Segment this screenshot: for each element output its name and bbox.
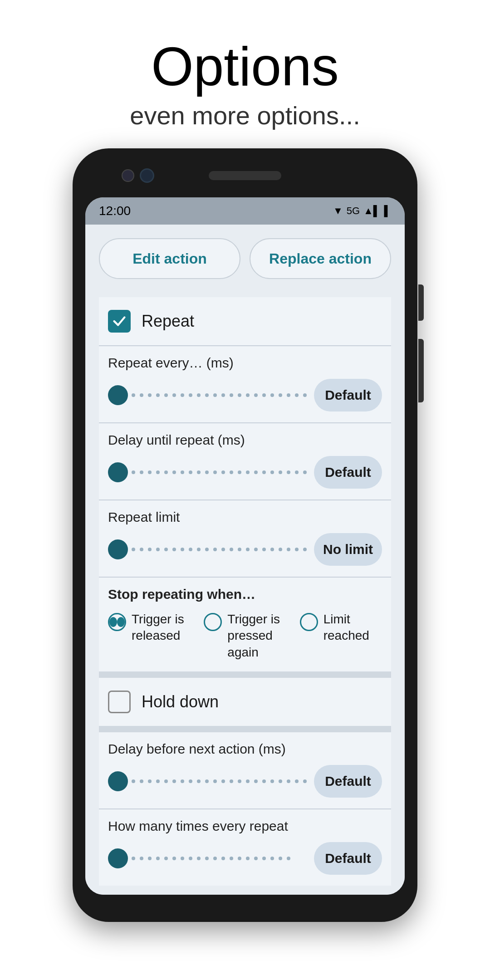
wifi-icon: ▼ [333,205,343,217]
repeat-limit-label: Repeat limit [108,510,382,525]
delay-before-next-dots [132,779,307,783]
how-many-times-value[interactable]: Default [314,842,382,875]
page-background: Options even more options... 12:00 ▼ 5G … [0,0,490,980]
hold-down-checkbox-row[interactable]: Hold down [99,678,391,726]
network-text: 5G [347,205,360,217]
delay-until-repeat-slider-row: Default [108,456,382,489]
action-buttons-row: Edit action Replace action [99,238,391,279]
phone-camera-left [122,169,134,182]
repeat-limit-thumb [108,539,128,559]
repeat-limit-value[interactable]: No limit [314,533,382,566]
delay-before-next-thumb [108,771,128,791]
delay-until-repeat-slider[interactable] [108,462,307,482]
delay-before-next-slider-row: Default [108,765,382,798]
phone-side-button-1 [418,284,424,321]
signal-icon: ▲▌ [363,205,380,217]
phone-frame: 12:00 ▼ 5G ▲▌ ▌ Edit action Replace acti… [73,148,417,922]
how-many-times-thumb [108,848,128,868]
repeat-every-thumb [108,385,128,405]
how-many-times-slider[interactable] [108,848,307,868]
section-divider-2 [99,726,391,732]
repeat-limit-slider-row: No limit [108,533,382,566]
phone-camera-right [140,168,154,183]
screen-content: Edit action Replace action Repeat [85,225,405,895]
phone-screen: 12:00 ▼ 5G ▲▌ ▌ Edit action Replace acti… [85,197,405,895]
delay-until-repeat-label: Delay until repeat (ms) [108,432,382,448]
stop-repeating-label: Stop repeating when… [108,587,382,602]
hold-down-label: Hold down [142,692,219,711]
section-divider-1 [99,671,391,678]
radio-limit-reached[interactable]: Limit reached [300,611,382,644]
phone-top-bar [85,162,405,189]
delay-until-repeat-thumb [108,462,128,482]
phone-side-button-2 [418,339,424,402]
repeat-every-value[interactable]: Default [314,379,382,412]
delay-before-next-value[interactable]: Default [314,765,382,798]
repeat-every-slider[interactable] [108,385,307,405]
repeat-limit-section: Repeat limit [99,500,391,577]
edit-action-button[interactable]: Edit action [99,238,240,279]
radio-fill [109,617,117,627]
delay-before-next-slider[interactable] [108,771,307,791]
delay-until-repeat-value[interactable]: Default [314,456,382,489]
replace-action-button[interactable]: Replace action [250,238,391,279]
page-subtitle: even more options... [130,101,360,130]
status-time: 12:00 [99,204,131,218]
how-many-times-section: How many times every repeat [99,809,391,886]
radio-trigger-released-label: Trigger is released [132,611,190,644]
status-bar: 12:00 ▼ 5G ▲▌ ▌ [85,197,405,225]
delay-until-repeat-section: Delay until repeat (ms) [99,423,391,500]
repeat-every-slider-row: Default [108,379,382,412]
stop-repeating-section: Stop repeating when… Trigger is released… [99,578,391,671]
repeat-label: Repeat [142,312,194,331]
repeat-limit-slider[interactable] [108,539,307,559]
status-icons: ▼ 5G ▲▌ ▌ [333,205,391,217]
stop-repeating-options: Trigger is released Trigger is pressed a… [108,611,382,661]
repeat-every-section: Repeat every… (ms) [99,346,391,422]
how-many-times-slider-row: Default [108,842,382,875]
repeat-checkbox-row[interactable]: Repeat [99,297,391,345]
radio-trigger-released[interactable]: Trigger is released [108,611,190,644]
repeat-every-dots [132,393,307,397]
radio-trigger-released-circle[interactable] [108,613,126,631]
repeat-every-label: Repeat every… (ms) [108,355,382,371]
battery-icon: ▌ [384,205,391,217]
delay-until-repeat-dots [132,470,307,474]
title-section: Options even more options... [130,0,360,130]
delay-before-next-section: Delay before next action (ms) [99,732,391,808]
radio-trigger-pressed-circle[interactable] [204,613,222,631]
radio-limit-reached-circle[interactable] [300,613,318,631]
phone-speaker [209,171,281,180]
radio-limit-reached-label: Limit reached [323,611,382,644]
page-title: Options [130,36,360,96]
delay-before-next-label: Delay before next action (ms) [108,741,382,757]
hold-down-checkbox[interactable] [108,691,131,713]
radio-trigger-pressed-label: Trigger is pressed again [227,611,286,661]
radio-trigger-pressed[interactable]: Trigger is pressed again [204,611,286,661]
repeat-checkbox[interactable] [108,310,131,333]
how-many-times-label: How many times every repeat [108,818,382,834]
how-many-times-dots [132,857,307,860]
checkmark-icon [112,314,127,329]
repeat-limit-dots [132,548,307,551]
